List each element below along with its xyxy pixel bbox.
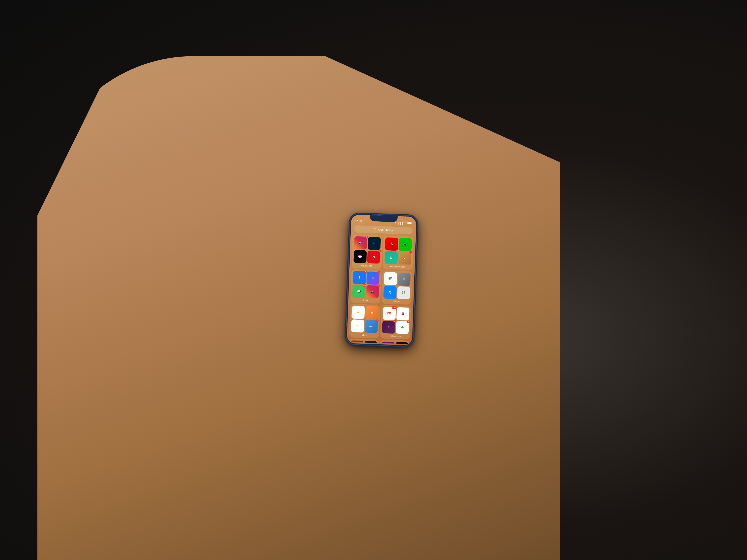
app-netflix[interactable]: N 1 <box>367 250 381 264</box>
svg-line-4 <box>376 230 376 231</box>
app-acrobat[interactable]: A <box>385 237 398 251</box>
app-messages[interactable]: 💬 206 <box>352 285 365 298</box>
folder-recently-added-label: Recently Added <box>384 265 411 268</box>
folder-suggestions[interactable]: 📷 9 Lr <box>352 235 382 269</box>
svg-point-12 <box>404 293 405 294</box>
app-robinhood[interactable]: ◆ <box>399 238 412 251</box>
app-settings[interactable]: ⚙️ <box>397 273 411 286</box>
app-appstore[interactable] <box>383 286 396 299</box>
app-ebay[interactable]: ebay <box>351 319 364 333</box>
folder-other[interactable]: a 🏠 ebay <box>349 304 380 339</box>
app-googledrive[interactable]: 7 <box>396 321 409 334</box>
hand <box>37 28 560 560</box>
app-messenger[interactable]: ⚡ 8 <box>366 271 380 285</box>
folder-suggestions-label: Suggestions <box>353 264 380 267</box>
svg-rect-1 <box>408 222 411 224</box>
folder-recently-added[interactable]: A ◆ G 🎸 <box>383 236 413 270</box>
search-bar-label: App Library <box>378 228 393 232</box>
app-fender[interactable]: 🎸 1 <box>398 251 412 265</box>
phone-frame: 10:26 ➤ ▐▐▐ <box>345 213 418 347</box>
folder-productivity[interactable]: 1,267 DEC 31 # <box>380 305 411 340</box>
app-grammarly[interactable]: G <box>385 251 398 264</box>
app-zwave[interactable]: myQ 1 <box>365 320 378 333</box>
status-time: 10:26 <box>355 219 362 223</box>
app-appletv[interactable] <box>353 250 367 263</box>
svg-rect-5 <box>358 256 362 258</box>
app-gmail[interactable]: 1,267 <box>383 306 396 320</box>
status-icons: ➤ ▐▐▐ <box>395 221 412 225</box>
app-google-cluster[interactable] <box>397 286 410 299</box>
phone-screen: 10:26 ➤ ▐▐▐ <box>347 215 416 345</box>
app-camera[interactable]: 📷 <box>364 341 377 344</box>
phone: 10:26 ➤ ▐▐▐ <box>345 213 418 347</box>
location-icon: ➤ <box>395 221 397 224</box>
app-instagram[interactable]: 📷 9 <box>354 236 367 249</box>
folder-entertainment[interactable]: ♟ 📷 ♪ <box>349 339 379 344</box>
svg-point-11 <box>402 293 403 294</box>
svg-point-3 <box>374 229 376 230</box>
folder-productivity-label: Productivity <box>382 334 408 338</box>
svg-point-10 <box>404 291 405 292</box>
notch <box>370 215 397 222</box>
folder-social-label: Social <box>352 298 379 302</box>
signal-icon: ▐▐▐ <box>397 221 403 224</box>
folder-other-label: Other <box>351 333 377 337</box>
svg-rect-6 <box>359 257 361 258</box>
folder-utilities-label: Utilities <box>383 299 410 303</box>
app-slack[interactable]: # 2 <box>382 320 395 334</box>
search-bar[interactable]: App Library <box>354 225 413 235</box>
folder-streaming[interactable]: Roku N 1 <box>380 340 410 344</box>
svg-rect-2 <box>411 223 412 223</box>
app-roku[interactable]: Roku <box>381 341 395 344</box>
app-amazon[interactable]: a <box>352 305 365 319</box>
scene: 10:26 ➤ ▐▐▐ <box>0 0 747 560</box>
app-appletv-2[interactable] <box>395 342 408 344</box>
wifi-icon <box>404 221 407 224</box>
app-lightroom[interactable]: Lr <box>367 237 381 250</box>
folder-social[interactable]: f 2 ⚡ 8 💬 206 <box>351 269 381 304</box>
app-facebook[interactable]: f 2 <box>353 271 366 284</box>
app-calendar[interactable]: DEC 31 <box>396 307 410 321</box>
app-chrome[interactable] <box>384 272 397 285</box>
svg-point-9 <box>402 291 403 292</box>
battery-icon <box>407 222 412 225</box>
app-pocketchess[interactable]: ♟ <box>350 340 364 344</box>
app-grid: 📷 9 Lr <box>349 235 414 344</box>
app-smarthome[interactable]: 🏠 <box>365 306 378 319</box>
folder-utilities[interactable]: ⚙️ <box>381 270 412 305</box>
app-instagram-2[interactable]: 📷 40 <box>366 285 379 298</box>
